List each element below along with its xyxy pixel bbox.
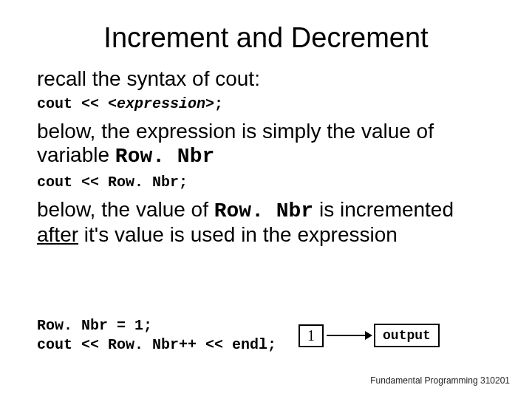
- code-block-3: Row. Nbr = 1; cout << Row. Nbr++ << endl…: [37, 316, 276, 355]
- footer-text: Fundamental Programming 310201: [370, 375, 510, 386]
- code-1-expression: <expression>: [108, 95, 214, 112]
- code-line-2: cout << Row. Nbr;: [37, 174, 495, 191]
- p3-code: Row. Nbr: [214, 200, 313, 222]
- code-1-suffix: ;: [214, 95, 223, 112]
- slide: Increment and Decrement recall the synta…: [0, 0, 532, 399]
- output-box: output: [374, 324, 440, 347]
- arrow-icon: [327, 335, 371, 336]
- bottom-row: Row. Nbr = 1; cout << Row. Nbr++ << endl…: [37, 316, 510, 355]
- paragraph-1: recall the syntax of cout:: [37, 67, 495, 91]
- slide-title: Increment and Decrement: [37, 22, 495, 54]
- p3-after: after: [37, 223, 78, 246]
- p3-b: is incremented: [313, 198, 454, 221]
- p3-c: it's value is used in the expression: [78, 223, 398, 246]
- p2-code: Row. Nbr: [115, 145, 214, 168]
- p3-a: below, the value of: [37, 198, 214, 221]
- output-diagram: 1 output: [299, 324, 440, 347]
- value-box: 1: [299, 324, 324, 347]
- code3-line1: Row. Nbr = 1;: [37, 316, 276, 335]
- code-line-1: cout << <expression>;: [37, 95, 495, 112]
- code-1-prefix: cout <<: [37, 95, 108, 112]
- code3-line2: cout << Row. Nbr++ << endl;: [37, 335, 276, 355]
- p2-text: below, the expression is simply the valu…: [37, 120, 434, 166]
- paragraph-3: below, the value of Row. Nbr is incremen…: [37, 198, 495, 247]
- paragraph-2: below, the expression is simply the valu…: [37, 120, 495, 168]
